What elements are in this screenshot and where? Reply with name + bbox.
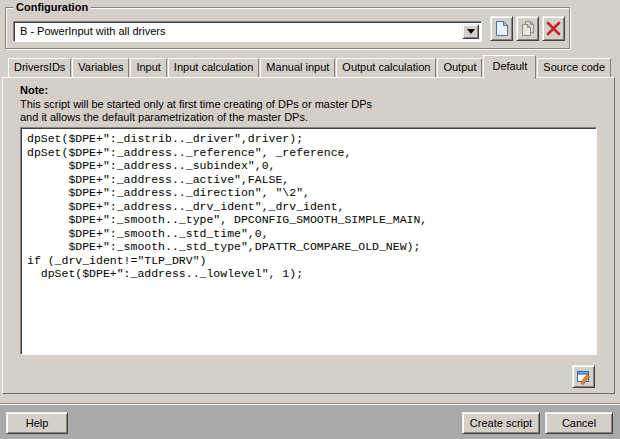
configuration-dialog: { "configuration": { "group_label": "Con…	[0, 0, 620, 439]
tab-output[interactable]: Output	[437, 58, 482, 77]
cancel-button[interactable]: Cancel	[545, 412, 613, 434]
script-editor[interactable]: dpSet($DPE+":_distrib.._driver",driver);…	[20, 127, 597, 355]
create-script-button[interactable]: Create script	[462, 412, 540, 434]
configuration-combobox[interactable]: B - PowerInput with all drivers	[13, 21, 482, 42]
note-line-1: This script will be started only at firs…	[20, 98, 372, 111]
default-tab-panel: Note: This script will be started only a…	[2, 77, 615, 394]
help-button[interactable]: Help	[6, 412, 68, 434]
tab-source-code[interactable]: Source code	[537, 58, 611, 77]
chevron-down-icon	[467, 29, 475, 34]
bottom-button-bar: Help Create script Cancel	[0, 404, 620, 439]
delete-config-button[interactable]	[542, 16, 565, 41]
note-line-2: and it allows the default parametrizatio…	[20, 111, 372, 124]
tab-input-calculation[interactable]: Input calculation	[168, 58, 260, 77]
note-block: Note: This script will be started only a…	[20, 84, 372, 124]
tab-driversids[interactable]: DriversIDs	[8, 58, 71, 77]
new-document-icon	[495, 20, 509, 37]
script-code-text[interactable]: dpSet($DPE+":_distrib.._driver",driver);…	[21, 128, 596, 281]
new-config-button[interactable]	[490, 16, 513, 41]
tab-bar: DriversIDs Variables Input Input calcula…	[8, 55, 612, 77]
note-title: Note:	[20, 84, 372, 97]
delete-x-icon	[546, 21, 561, 36]
edit-script-button[interactable]	[572, 365, 595, 388]
configuration-group-label: Configuration	[13, 1, 91, 13]
tab-input[interactable]: Input	[130, 58, 166, 77]
edit-note-icon	[576, 369, 592, 385]
copy-document-icon	[520, 20, 536, 37]
tab-variables[interactable]: Variables	[72, 58, 129, 77]
copy-config-button[interactable]	[516, 16, 539, 41]
tab-manual-input[interactable]: Manual input	[260, 58, 335, 77]
combo-dropdown-button[interactable]	[462, 24, 479, 39]
tab-output-calculation[interactable]: Output calculation	[336, 58, 436, 77]
configuration-selected-value: B - PowerInput with all drivers	[20, 25, 166, 37]
tab-default[interactable]: Default	[483, 55, 536, 79]
